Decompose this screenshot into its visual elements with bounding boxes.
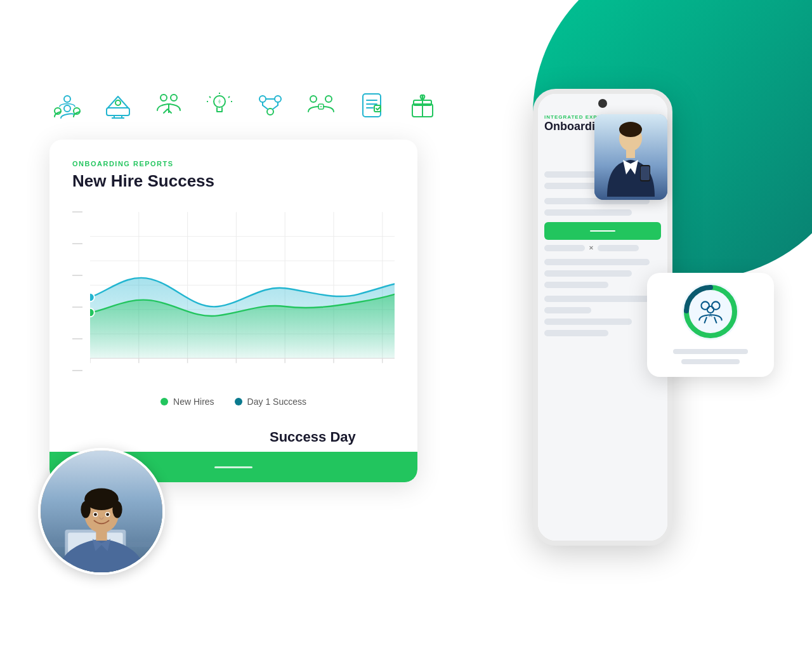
phone-row bbox=[544, 330, 608, 336]
onboarding-card bbox=[647, 273, 774, 377]
handshake-icon bbox=[152, 89, 185, 122]
svg-rect-60 bbox=[626, 149, 635, 158]
avatar-person bbox=[41, 450, 162, 572]
svg-point-20 bbox=[275, 96, 281, 102]
svg-rect-4 bbox=[107, 108, 129, 115]
legend-day1-success: Day 1 Success bbox=[235, 397, 306, 407]
svg-point-77 bbox=[112, 501, 122, 518]
svg-rect-31 bbox=[374, 105, 381, 112]
svg-point-81 bbox=[106, 513, 109, 516]
onboarding-text-line bbox=[673, 349, 748, 354]
success-day-text: Success Day bbox=[270, 429, 356, 445]
training-icon bbox=[102, 89, 134, 122]
phone-person-bg bbox=[594, 114, 667, 200]
phone-row bbox=[544, 296, 650, 302]
svg-point-10 bbox=[171, 95, 177, 101]
footer-line bbox=[214, 466, 252, 468]
chart-legend: New Hires Day 1 Success bbox=[72, 397, 395, 407]
onboarding-icon-ring bbox=[682, 283, 739, 340]
phone-row bbox=[544, 319, 632, 325]
avatar-circle bbox=[38, 448, 165, 575]
phone-tag-row: ✕ bbox=[544, 245, 661, 251]
phone-person-image bbox=[594, 114, 667, 200]
workflow-icon bbox=[254, 89, 287, 122]
svg-point-3 bbox=[64, 96, 70, 102]
phone-row bbox=[544, 209, 632, 216]
phone-notch bbox=[598, 99, 607, 108]
phone-row bbox=[544, 282, 608, 288]
svg-point-47 bbox=[90, 293, 95, 301]
phone-btn-line bbox=[590, 230, 615, 232]
dashboard-label: ONBOARDING REPORTS bbox=[72, 160, 395, 168]
legend-dot-green bbox=[160, 398, 168, 405]
phone-tag bbox=[598, 245, 638, 251]
dashboard-card: ONBOARDING REPORTS New Hire Success bbox=[49, 140, 417, 482]
svg-point-23 bbox=[310, 96, 317, 102]
svg-line-16 bbox=[228, 96, 230, 98]
svg-point-76 bbox=[81, 501, 90, 518]
phone-row bbox=[544, 307, 591, 313]
idea-icon bbox=[203, 89, 236, 122]
phone-row bbox=[544, 259, 650, 265]
svg-point-48 bbox=[90, 308, 95, 317]
chart-area bbox=[72, 209, 395, 386]
legend-new-hires-label: New Hires bbox=[173, 397, 214, 407]
svg-rect-1 bbox=[64, 105, 70, 112]
phone-x-icon: ✕ bbox=[589, 245, 594, 251]
legend-new-hires: New Hires bbox=[160, 397, 214, 407]
phone-row bbox=[544, 270, 632, 277]
svg-point-24 bbox=[325, 96, 332, 102]
onboarding-text-line bbox=[681, 359, 740, 364]
phone-green-btn[interactable] bbox=[544, 222, 661, 240]
svg-line-15 bbox=[209, 96, 211, 98]
icon-row bbox=[51, 89, 439, 122]
gift-icon bbox=[406, 89, 439, 122]
svg-point-68 bbox=[707, 306, 714, 313]
people-connect-icon bbox=[304, 89, 337, 122]
svg-point-9 bbox=[160, 95, 167, 101]
svg-rect-62 bbox=[641, 166, 650, 180]
svg-point-5 bbox=[115, 100, 121, 105]
document-icon bbox=[355, 89, 388, 122]
svg-point-80 bbox=[94, 513, 97, 516]
svg-point-59 bbox=[619, 122, 642, 137]
scene: ONBOARDING REPORTS New Hire Success bbox=[0, 0, 812, 651]
legend-day1-label: Day 1 Success bbox=[247, 397, 306, 407]
svg-point-19 bbox=[259, 96, 266, 102]
dashboard-title: New Hire Success bbox=[72, 171, 395, 191]
group-icon bbox=[51, 89, 84, 122]
phone-tag bbox=[544, 245, 585, 251]
legend-dot-teal bbox=[235, 398, 242, 405]
